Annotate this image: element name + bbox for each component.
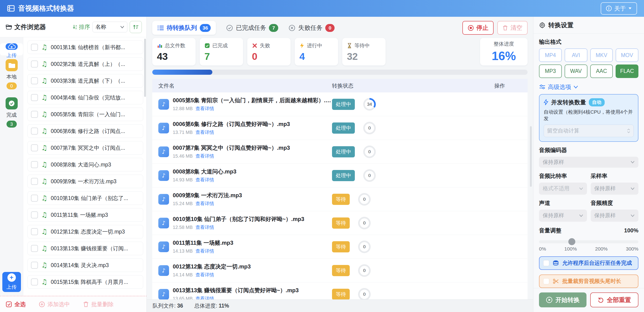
file-checkbox[interactable] xyxy=(31,44,38,51)
format-button[interactable]: MKV xyxy=(590,48,613,62)
format-button[interactable]: MP3 xyxy=(539,64,562,78)
table-row[interactable]: ♪ 0010第10集 仙门弟子（别忘了订阅和好评呦~）.mp3 12.58 MB… xyxy=(152,211,528,235)
file-checkbox[interactable] xyxy=(31,77,38,84)
list-item[interactable]: ♫ 0010第10集 仙门弟子（别忘了... xyxy=(28,192,143,205)
format-button[interactable]: WAV xyxy=(564,64,588,78)
trash-icon xyxy=(502,25,508,31)
stop-button[interactable]: 停止 xyxy=(462,21,494,35)
start-convert-button[interactable]: 开始转换 xyxy=(539,292,586,307)
samplerate-select[interactable]: 保持原样 xyxy=(591,182,639,195)
list-item[interactable]: ♫ 0004第4集 仙门杂役（完结放... xyxy=(28,91,143,104)
list-item[interactable]: ♫ 0009第9集 一术洐万法.mp3 xyxy=(28,175,143,188)
list-item[interactable]: ♫ 0001第1集 仙榜榜首（新书都... xyxy=(28,40,143,54)
file-checkbox[interactable] xyxy=(31,178,38,185)
table-scrollbar[interactable] xyxy=(530,126,532,187)
stat-total-files: 总文件数 43 xyxy=(152,38,196,66)
file-checkbox[interactable] xyxy=(31,144,38,151)
table-row[interactable]: ♪ 0007第7集 冥冥之中（订阅点赞好评呦~）.mp3 15.46 MB 查看… xyxy=(152,140,528,164)
file-checkbox[interactable] xyxy=(31,278,38,286)
queue-panel: 待转换队列 36 已完成任务 7 失败任务 0 xyxy=(147,17,533,312)
list-item[interactable]: ♫ 0015第15集 阵棋高手（月票月... xyxy=(28,275,143,289)
precision-select[interactable]: 保持原样 xyxy=(591,210,639,222)
view-detail-link[interactable]: 查看详情 xyxy=(196,224,214,230)
list-item[interactable]: ♫ 0011第11集 一场赌.mp3 xyxy=(28,208,143,222)
select-all-button[interactable]: 全选 xyxy=(6,300,26,308)
queue-list-icon xyxy=(158,25,164,31)
channels-select[interactable]: 保持原样 xyxy=(539,210,587,222)
format-button[interactable]: MP4 xyxy=(539,48,562,62)
list-item[interactable]: ♫ 0007第7集 冥冥之中（订阅点... xyxy=(28,141,143,154)
volume-knob[interactable] xyxy=(568,238,575,245)
list-item[interactable]: ♫ 0005第5集 青阳宗（一入仙门... xyxy=(28,108,143,121)
format-button[interactable]: AAC xyxy=(590,64,613,78)
clear-button[interactable]: 清空 xyxy=(497,21,528,35)
file-checkbox[interactable] xyxy=(31,94,38,101)
file-checkbox[interactable] xyxy=(31,195,38,202)
batch-delete-button[interactable]: 批量删除 xyxy=(83,300,114,308)
sort-field-select[interactable]: 名称 xyxy=(92,22,127,32)
folder-open-icon xyxy=(6,24,12,30)
file-checkbox[interactable] xyxy=(31,228,38,235)
number-stepper-icons[interactable] xyxy=(627,128,630,133)
file-checkbox[interactable] xyxy=(31,60,38,68)
list-item[interactable]: ♫ 0002第2集 道元真解（上）（... xyxy=(28,57,143,71)
file-checkbox[interactable] xyxy=(31,212,38,218)
reset-all-button[interactable]: 全部重置 xyxy=(590,292,639,307)
file-checkbox[interactable] xyxy=(31,111,38,118)
view-detail-link[interactable]: 查看详情 xyxy=(196,177,214,183)
bitrate-select[interactable]: 格式不适用 xyxy=(539,182,587,195)
table-row[interactable]: ♪ 0008第8集 大道问心.mp3 14.93 MB 查看详情 xyxy=(152,164,528,188)
view-detail-link[interactable]: 查看详情 xyxy=(196,153,214,159)
sort-order-button[interactable] xyxy=(130,21,142,33)
view-detail-link[interactable]: 查看详情 xyxy=(196,129,214,136)
view-detail-link[interactable]: 查看详情 xyxy=(196,296,214,300)
concurrency-input[interactable]: 留空自动计算 xyxy=(544,124,634,137)
table-row[interactable]: ♪ 0013第13集 赚钱很重要（订阅点赞好评呦~）.mp3 13.65 MB … xyxy=(152,282,528,300)
sidebar-item-done[interactable]: 完成 3 xyxy=(0,94,23,132)
sidebar-item-upload[interactable]: 上传 40 xyxy=(0,43,23,56)
music-note-icon: ♫ xyxy=(41,245,48,252)
batch-trim-checkbox[interactable] xyxy=(543,278,549,284)
table-row[interactable]: ♪ 0006第6集 修行之路（订阅点赞好评呦~）.mp3 13.71 MB 查看… xyxy=(152,116,528,140)
about-button[interactable]: 关于 xyxy=(601,2,637,15)
background-run-checkbox[interactable] xyxy=(543,260,549,266)
chevron-down-icon xyxy=(579,214,583,217)
encoder-select[interactable]: 保持原样 xyxy=(539,157,638,168)
batch-trim-option[interactable]: 批量裁剪音视频头尾时长 xyxy=(539,274,638,288)
list-item[interactable]: ♫ 0012第12集 态度决定一切.mp3 xyxy=(28,225,143,238)
view-detail-link[interactable]: 查看详情 xyxy=(196,200,214,207)
file-checkbox[interactable] xyxy=(31,161,38,168)
add-selected-button[interactable]: 添加选中 xyxy=(39,300,70,308)
database-icon xyxy=(552,260,559,266)
volume-slider[interactable] xyxy=(539,240,638,243)
tab-pending-queue[interactable]: 待转换队列 36 xyxy=(152,21,216,35)
tab-failed-tasks[interactable]: 失败任务 0 xyxy=(288,24,334,32)
tab-completed-tasks[interactable]: 已完成任务 7 xyxy=(226,24,278,32)
local-count-badge: 0 xyxy=(6,82,17,90)
sidebar-item-local[interactable]: 本地 0 xyxy=(0,56,23,94)
advanced-options-toggle[interactable]: 高级选项 xyxy=(539,83,638,91)
view-detail-link[interactable]: 查看详情 xyxy=(196,106,214,112)
upload-files-button[interactable]: + 上传 xyxy=(2,272,21,292)
table-row[interactable]: ♪ 0012第12集 态度决定一切.mp3 14.14 MB 查看详情 xyxy=(152,259,528,282)
view-detail-link[interactable]: 查看详情 xyxy=(196,248,214,254)
list-item[interactable]: ♫ 0006第6集 修行之路（订阅点... xyxy=(28,124,143,138)
list-item[interactable]: ♫ 0008第8集 大道问心.mp3 xyxy=(28,158,143,171)
list-item[interactable]: ♫ 0013第13集 赚钱很重要（订阅... xyxy=(28,242,143,255)
chevron-down-icon xyxy=(579,187,583,190)
list-item[interactable]: ♫ 0014第14集 灵火决.mp3 xyxy=(28,258,143,272)
caret-down-icon xyxy=(628,7,632,10)
list-item[interactable]: ♫ 0003第3集 道元真解（下）（... xyxy=(28,74,143,88)
file-checkbox[interactable] xyxy=(31,245,38,252)
table-row[interactable]: ♪ 0005第5集 青阳宗（一入仙门，剧情展开，后面越来越精彩）.mp3 12.… xyxy=(152,92,528,116)
file-checkbox[interactable] xyxy=(31,128,38,134)
view-detail-link[interactable]: 查看详情 xyxy=(196,272,214,278)
table-row[interactable]: ♪ 0011第11集 一场赌.mp3 14.13 MB 查看详情 xyxy=(152,235,528,259)
file-list-scrollbar[interactable] xyxy=(144,39,146,97)
format-button[interactable]: MOV xyxy=(616,48,638,62)
format-button[interactable]: AVI xyxy=(564,48,588,62)
format-button[interactable]: FLAC xyxy=(616,64,638,78)
table-row[interactable]: ♪ 0009第9集 一术洐万法.mp3 15.24 MB 查看详情 xyxy=(152,188,528,211)
background-run-option[interactable]: 允许程序后台运行至任务完成 xyxy=(539,256,638,270)
file-checkbox[interactable] xyxy=(31,262,38,269)
